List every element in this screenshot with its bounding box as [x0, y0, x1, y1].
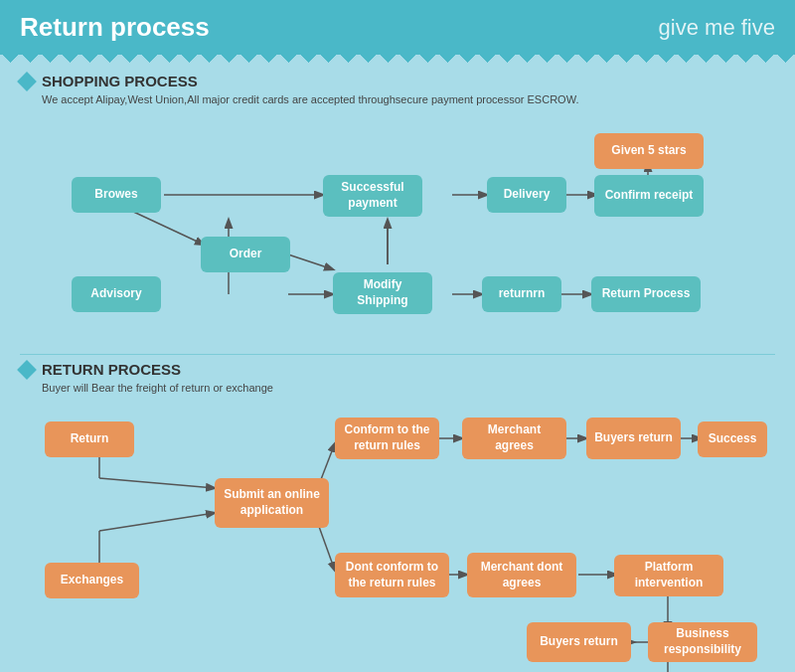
box-modify-shipping: Modify Shipping	[333, 272, 432, 314]
box-successful-payment: Successful payment	[323, 175, 422, 217]
box-success: Success	[698, 421, 767, 457]
svg-line-11	[129, 210, 204, 245]
box-delivery: Delivery	[487, 177, 566, 213]
box-returnrn: returnrn	[482, 276, 561, 312]
box-merchant-agrees: Merchant agrees	[462, 418, 566, 459]
box-exchanges: Exchanges	[45, 563, 139, 598]
box-given-5-stars: Given 5 stars	[594, 133, 704, 169]
box-merchant-dont: Merchant dont agrees	[467, 553, 576, 597]
header-title: Return process	[20, 12, 210, 43]
diamond-icon-return	[17, 360, 37, 380]
box-conform-return: Conform to the return rules	[335, 418, 439, 459]
box-platform-intervention: Platform intervention	[614, 555, 723, 596]
return-description: Buyer will Bear the freight of return or…	[20, 382, 775, 394]
box-submit-online: Submit an online application	[215, 478, 329, 528]
shopping-section-title: SHOPPING PROCESS	[42, 73, 198, 89]
box-browes: Browes	[72, 177, 161, 213]
box-dont-conform: Dont conform to the return rules	[335, 553, 449, 597]
box-buyers-return-1: Buyers return	[586, 418, 681, 459]
diamond-icon-shopping	[17, 72, 37, 91]
return-diagram: Return Conform to the return rules Merch…	[20, 404, 775, 672]
box-return-process: Return Process	[591, 276, 701, 312]
svg-line-15	[99, 513, 215, 531]
section-divider	[20, 354, 775, 355]
return-section-header: RETURN PROCESS	[20, 361, 775, 378]
box-order: Order	[201, 237, 290, 272]
header: Return process give me five	[0, 0, 795, 55]
box-buyers-return-2: Buyers return	[527, 622, 631, 662]
box-confirm-receipt: Confirm receipt	[594, 175, 704, 217]
header-logo: give me five	[659, 15, 775, 41]
shopping-diagram: Given 5 stars Browes Successful payment …	[20, 115, 775, 349]
box-return: Return	[45, 421, 134, 457]
shopping-section-header: SHOPPING PROCESS	[20, 73, 775, 89]
box-business-responsibility: Business responsibility	[648, 622, 757, 662]
return-section-title: RETURN PROCESS	[42, 361, 181, 378]
shopping-description: We accept Alipay,West Union,All major cr…	[20, 93, 775, 105]
box-advisory: Advisory	[72, 276, 161, 312]
svg-line-5	[288, 254, 333, 269]
svg-line-13	[99, 478, 215, 488]
